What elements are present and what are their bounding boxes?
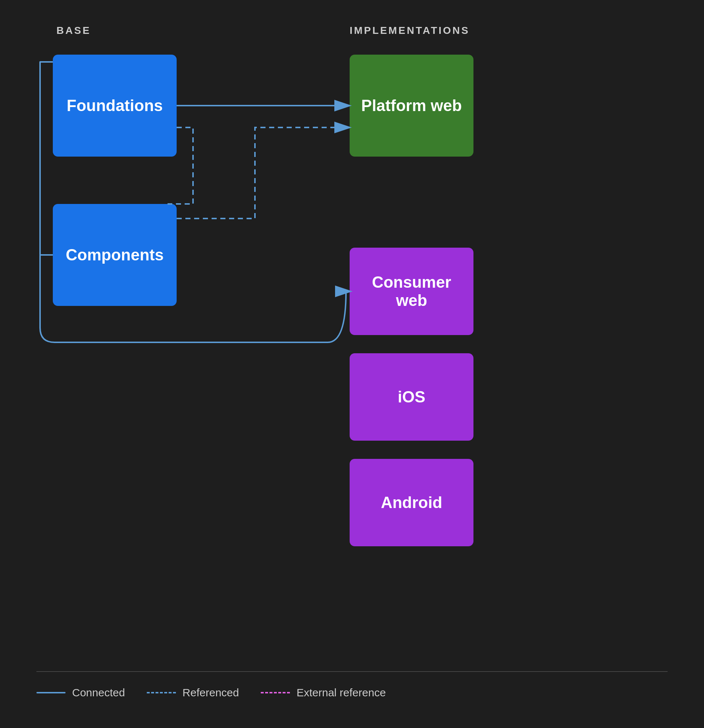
legend-referenced: Referenced: [147, 686, 239, 699]
legend-external-reference: External reference: [261, 686, 386, 699]
android-label: Android: [374, 490, 450, 515]
components-label: Components: [59, 242, 171, 268]
connected-label: Connected: [72, 686, 125, 699]
components-box[interactable]: Components: [53, 204, 176, 306]
diagram-container: BASE IMPLEMENTATIONS Foundations Compone…: [0, 0, 704, 728]
ios-label: iOS: [390, 384, 433, 410]
base-label: BASE: [56, 25, 91, 36]
foundations-label: Foundations: [59, 93, 170, 118]
platform-web-box[interactable]: Platform web: [350, 55, 473, 157]
ios-box[interactable]: iOS: [350, 353, 473, 441]
external-reference-label: External reference: [296, 686, 386, 699]
consumer-web-box[interactable]: Consumer web: [350, 248, 473, 335]
legend: Connected Referenced External reference: [36, 671, 668, 699]
platform-web-label: Platform web: [354, 93, 469, 118]
android-box[interactable]: Android: [350, 459, 473, 546]
referenced-line-icon: [147, 692, 176, 693]
external-reference-line-icon: [261, 692, 290, 693]
legend-connected: Connected: [36, 686, 125, 699]
implementations-label: IMPLEMENTATIONS: [350, 25, 470, 36]
foundations-box[interactable]: Foundations: [53, 55, 176, 157]
connected-line-icon: [36, 692, 65, 693]
referenced-label: Referenced: [182, 686, 239, 699]
consumer-web-label: Consumer web: [350, 270, 473, 313]
